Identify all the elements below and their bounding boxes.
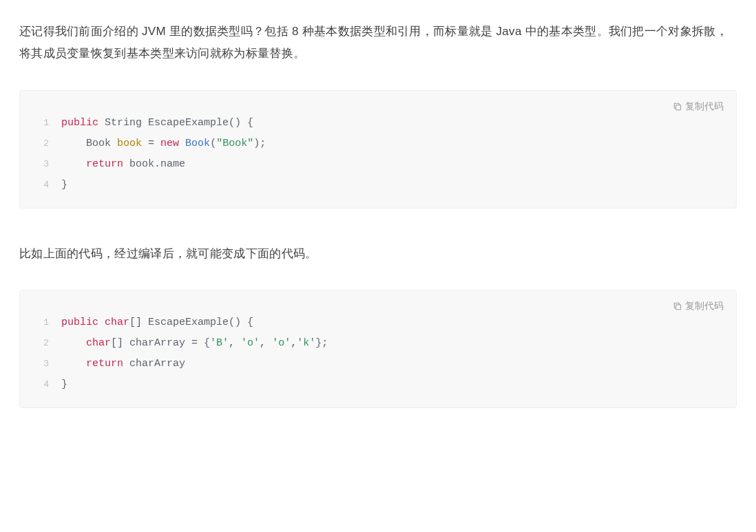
line-number: 2 (32, 334, 49, 352)
code-line: 1public String EscapeExample() { (32, 113, 724, 134)
code-content: public String EscapeExample() { (61, 113, 253, 134)
line-number: 1 (32, 114, 49, 132)
code-content: return charArray (61, 354, 185, 374)
copy-label: 复制代码 (685, 300, 724, 312)
code-line: 2 Book book = new Book("Book"); (32, 134, 724, 154)
code-line: 1public char[] EscapeExample() { (32, 312, 724, 333)
line-number: 3 (32, 355, 49, 373)
code-lines-1: 1public String EscapeExample() {2 Book b… (32, 113, 724, 195)
copy-label: 复制代码 (685, 100, 724, 113)
paragraph-2: 比如上面的代码，经过编译后，就可能变成下面的代码。 (19, 243, 737, 265)
paragraph-1: 还记得我们前面介绍的 JVM 里的数据类型吗？包括 8 种基本数据类型和引用，而… (19, 21, 737, 65)
code-line: 4} (32, 374, 724, 395)
copy-button-1[interactable]: 复制代码 (673, 100, 724, 113)
code-block-2: 复制代码 1public char[] EscapeExample() {2 c… (19, 290, 737, 408)
svg-rect-0 (676, 105, 681, 109)
svg-rect-1 (676, 305, 681, 310)
code-content: return book.name (61, 154, 185, 175)
line-number: 4 (32, 376, 49, 394)
code-line: 3 return charArray (32, 354, 724, 374)
line-number: 1 (32, 314, 49, 332)
code-line: 4} (32, 175, 724, 195)
code-content: } (61, 374, 67, 395)
line-number: 2 (32, 135, 49, 153)
code-content: Book book = new Book("Book"); (61, 134, 266, 154)
code-content: char[] charArray = {'B', 'o', 'o','k'}; (61, 333, 328, 354)
code-lines-2: 1public char[] EscapeExample() {2 char[]… (32, 312, 724, 395)
code-content: } (61, 175, 67, 195)
copy-icon (673, 102, 682, 111)
code-content: public char[] EscapeExample() { (61, 312, 253, 333)
line-number: 4 (32, 176, 49, 194)
line-number: 3 (32, 156, 49, 173)
copy-icon (673, 301, 682, 311)
code-block-1: 复制代码 1public String EscapeExample() {2 B… (19, 90, 737, 209)
code-line: 2 char[] charArray = {'B', 'o', 'o','k'}… (32, 333, 724, 354)
code-line: 3 return book.name (32, 154, 724, 175)
copy-button-2[interactable]: 复制代码 (673, 300, 724, 312)
